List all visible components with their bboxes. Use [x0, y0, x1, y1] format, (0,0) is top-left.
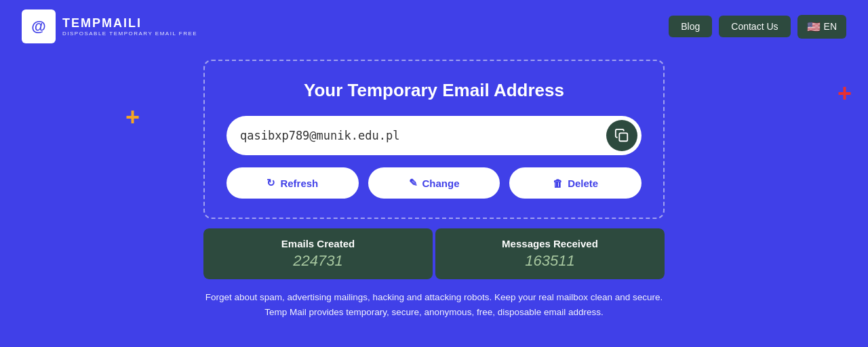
- blog-button[interactable]: Blog: [669, 16, 712, 37]
- lang-code: EN: [824, 21, 837, 32]
- logo-at-symbol: @: [31, 18, 45, 35]
- messages-received-value: 163511: [442, 252, 658, 270]
- delete-button[interactable]: 🗑 Delete: [509, 167, 642, 199]
- plus-decoration-red: +: [837, 81, 852, 106]
- change-label: Change: [422, 178, 460, 189]
- email-display: qasibxp789@munik.edu.pl: [240, 129, 606, 142]
- change-button[interactable]: ✎ Change: [368, 167, 500, 199]
- stats-row: Emails Created 224731 Messages Received …: [203, 228, 665, 279]
- pencil-icon: ✎: [409, 177, 418, 189]
- logo-title: TEMPMAILI: [62, 16, 197, 30]
- description-text: Forget about spam, advertising mailings,…: [203, 290, 665, 319]
- stat-emails-created: Emails Created 224731: [203, 228, 433, 279]
- language-button[interactable]: 🇺🇸 EN: [797, 15, 846, 39]
- emails-created-value: 224731: [210, 252, 426, 270]
- action-buttons: ↻ Refresh ✎ Change 🗑 Delete: [226, 167, 642, 199]
- plus-decoration-orange: +: [125, 105, 140, 129]
- refresh-icon: ↻: [267, 177, 275, 189]
- delete-label: Delete: [568, 178, 598, 189]
- main-nav: Blog Contact Us 🇺🇸 EN: [669, 15, 846, 39]
- logo-area: @ TEMPMAILI DISPOSABLE TEMPORARY EMAIL F…: [22, 9, 197, 43]
- svg-rect-0: [619, 133, 627, 141]
- logo-icon: @: [22, 9, 56, 43]
- copy-icon: [614, 128, 629, 143]
- contact-button[interactable]: Contact Us: [719, 16, 790, 37]
- stat-messages-received: Messages Received 163511: [435, 228, 665, 279]
- refresh-label: Refresh: [280, 178, 318, 189]
- main-content: Your Temporary Email Address qasibxp789@…: [0, 53, 868, 319]
- refresh-button[interactable]: ↻ Refresh: [226, 167, 359, 199]
- emails-created-label: Emails Created: [210, 238, 426, 249]
- email-row: qasibxp789@munik.edu.pl: [226, 116, 642, 155]
- email-card: Your Temporary Email Address qasibxp789@…: [203, 60, 665, 219]
- card-title: Your Temporary Email Address: [226, 80, 642, 101]
- trash-icon: 🗑: [553, 178, 563, 189]
- copy-button[interactable]: [606, 120, 637, 151]
- logo-subtitle: DISPOSABLE TEMPORARY EMAIL FREE: [62, 30, 197, 37]
- messages-received-label: Messages Received: [442, 238, 658, 249]
- flag-icon: 🇺🇸: [807, 20, 821, 33]
